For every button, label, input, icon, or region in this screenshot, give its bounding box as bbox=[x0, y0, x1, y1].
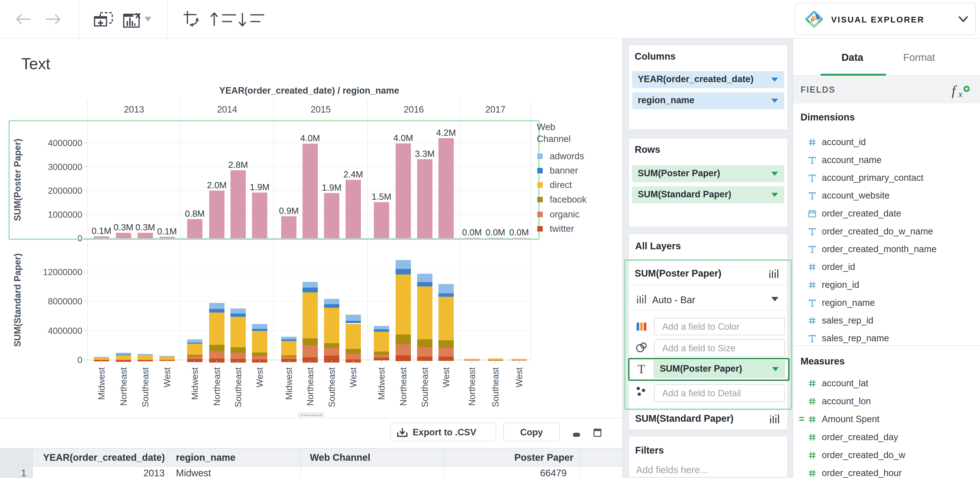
svg-text:direct: direct bbox=[550, 180, 572, 190]
svg-text:Midwest: Midwest bbox=[377, 367, 387, 400]
svg-text:facebook: facebook bbox=[550, 194, 587, 204]
svg-text:West: West bbox=[255, 367, 265, 387]
svg-text:Midwest: Midwest bbox=[97, 367, 107, 400]
svg-text:4000000: 4000000 bbox=[48, 326, 82, 336]
svg-text:Southeast: Southeast bbox=[327, 367, 337, 407]
svg-text:Text: Text bbox=[21, 55, 50, 73]
svg-text:SUM(Poster Paper): SUM(Poster Paper) bbox=[13, 139, 22, 221]
svg-text:2015: 2015 bbox=[311, 104, 331, 115]
svg-text:4.2M: 4.2M bbox=[436, 128, 456, 138]
svg-text:Channel: Channel bbox=[537, 134, 571, 144]
svg-text:0.0M: 0.0M bbox=[509, 228, 529, 237]
svg-text:2016: 2016 bbox=[404, 104, 424, 115]
svg-text:2.4M: 2.4M bbox=[344, 170, 363, 179]
svg-text:3000000: 3000000 bbox=[48, 162, 82, 172]
svg-text:3.3M: 3.3M bbox=[415, 149, 434, 159]
svg-text:4000000: 4000000 bbox=[48, 138, 82, 148]
svg-text:1.9M: 1.9M bbox=[250, 182, 269, 192]
svg-text:4.0M: 4.0M bbox=[300, 133, 320, 143]
svg-text:0.0M: 0.0M bbox=[485, 228, 505, 237]
svg-text:0.3M: 0.3M bbox=[135, 223, 155, 232]
svg-text:2.0M: 2.0M bbox=[207, 180, 227, 190]
svg-text:West: West bbox=[441, 367, 451, 387]
svg-text:Northeast: Northeast bbox=[119, 367, 129, 406]
svg-text:0: 0 bbox=[77, 355, 82, 365]
svg-text:SUM(Standard Paper): SUM(Standard Paper) bbox=[13, 253, 22, 347]
svg-text:8000000: 8000000 bbox=[48, 296, 82, 306]
svg-text:Southeast: Southeast bbox=[140, 367, 150, 407]
svg-text:2.8M: 2.8M bbox=[228, 160, 248, 170]
svg-text:4.0M: 4.0M bbox=[393, 133, 413, 143]
svg-text:Northeast: Northeast bbox=[305, 367, 315, 406]
svg-text:1000000: 1000000 bbox=[48, 210, 82, 220]
svg-text:Midwest: Midwest bbox=[190, 367, 200, 400]
svg-text:West: West bbox=[514, 367, 524, 387]
svg-text:1.9M: 1.9M bbox=[322, 183, 342, 193]
svg-text:0.1M: 0.1M bbox=[92, 226, 111, 236]
svg-text:Northeast: Northeast bbox=[467, 367, 477, 406]
svg-text:2013: 2013 bbox=[124, 104, 144, 115]
svg-text:Southeast: Southeast bbox=[233, 367, 243, 407]
svg-text:West: West bbox=[162, 367, 172, 387]
svg-text:West: West bbox=[348, 367, 358, 387]
svg-text:0.8M: 0.8M bbox=[185, 209, 205, 219]
svg-text:Southeast: Southeast bbox=[491, 367, 500, 407]
svg-text:1.5M: 1.5M bbox=[372, 192, 391, 202]
svg-text:12000000: 12000000 bbox=[43, 267, 82, 277]
svg-text:Northeast: Northeast bbox=[398, 367, 408, 406]
svg-text:0.3M: 0.3M bbox=[114, 223, 133, 232]
svg-text:twitter: twitter bbox=[550, 224, 574, 234]
svg-text:2017: 2017 bbox=[485, 104, 506, 115]
svg-text:Midwest: Midwest bbox=[284, 367, 294, 400]
svg-text:0.0M: 0.0M bbox=[462, 228, 482, 237]
svg-text:YEAR(order_created_date) / reg: YEAR(order_created_date) / region_name bbox=[219, 86, 399, 96]
svg-text:organic: organic bbox=[550, 209, 580, 219]
svg-text:adwords: adwords bbox=[550, 151, 584, 161]
svg-text:2000000: 2000000 bbox=[48, 186, 82, 196]
svg-text:banner: banner bbox=[550, 166, 578, 175]
svg-text:Northeast: Northeast bbox=[212, 367, 222, 406]
svg-text:Southeast: Southeast bbox=[420, 367, 430, 407]
svg-text:0: 0 bbox=[77, 234, 82, 243]
svg-text:Web: Web bbox=[537, 122, 555, 132]
svg-text:0.9M: 0.9M bbox=[279, 206, 299, 216]
svg-text:0.1M: 0.1M bbox=[157, 226, 177, 236]
svg-text:2014: 2014 bbox=[217, 104, 237, 115]
